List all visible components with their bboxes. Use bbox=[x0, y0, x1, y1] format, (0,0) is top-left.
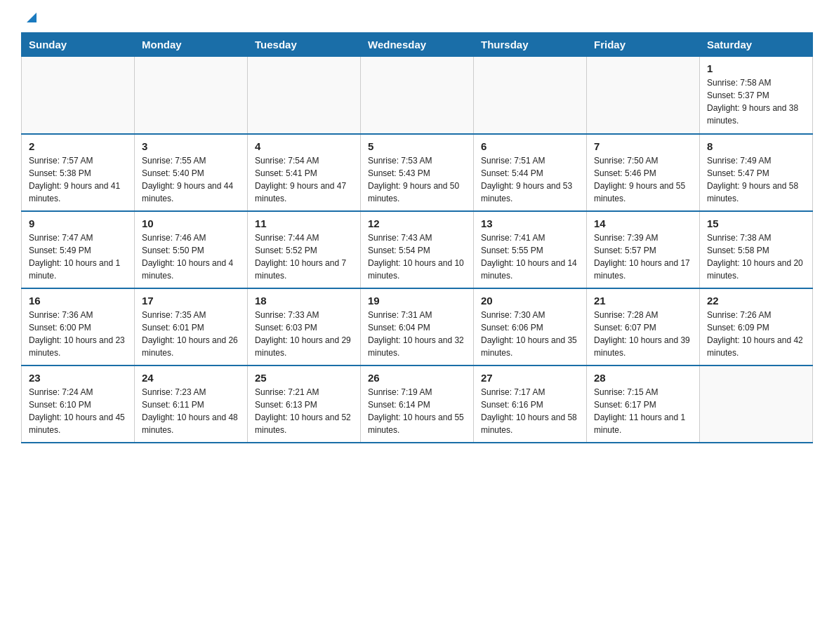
day-number: 27 bbox=[481, 372, 579, 384]
day-number: 20 bbox=[481, 295, 579, 307]
day-number: 28 bbox=[594, 372, 692, 384]
day-number: 2 bbox=[29, 140, 127, 152]
day-info: Sunrise: 7:46 AM Sunset: 5:50 PM Dayligh… bbox=[142, 232, 240, 282]
day-info: Sunrise: 7:50 AM Sunset: 5:46 PM Dayligh… bbox=[594, 154, 692, 205]
day-info: Sunrise: 7:35 AM Sunset: 6:01 PM Dayligh… bbox=[142, 309, 240, 359]
calendar-cell: 7Sunrise: 7:50 AM Sunset: 5:46 PM Daylig… bbox=[587, 134, 700, 211]
day-number: 24 bbox=[142, 372, 240, 384]
calendar-cell bbox=[248, 57, 361, 134]
week-row-5: 23Sunrise: 7:24 AM Sunset: 6:10 PM Dayli… bbox=[22, 365, 813, 443]
day-number: 1 bbox=[707, 62, 805, 74]
day-number: 7 bbox=[594, 140, 692, 152]
calendar-cell: 2Sunrise: 7:57 AM Sunset: 5:38 PM Daylig… bbox=[22, 134, 135, 211]
day-number: 14 bbox=[594, 217, 692, 229]
weekday-header-sunday: Sunday bbox=[22, 33, 135, 57]
calendar-cell: 6Sunrise: 7:51 AM Sunset: 5:44 PM Daylig… bbox=[474, 134, 587, 211]
calendar-cell bbox=[700, 365, 813, 443]
day-number: 17 bbox=[142, 295, 240, 307]
day-info: Sunrise: 7:31 AM Sunset: 6:04 PM Dayligh… bbox=[368, 309, 466, 359]
day-info: Sunrise: 7:43 AM Sunset: 5:54 PM Dayligh… bbox=[368, 232, 466, 282]
day-number: 25 bbox=[255, 372, 353, 384]
calendar-cell: 28Sunrise: 7:15 AM Sunset: 6:17 PM Dayli… bbox=[587, 365, 700, 443]
calendar-cell: 16Sunrise: 7:36 AM Sunset: 6:00 PM Dayli… bbox=[22, 288, 135, 365]
calendar-cell: 13Sunrise: 7:41 AM Sunset: 5:55 PM Dayli… bbox=[474, 211, 587, 288]
calendar-cell: 26Sunrise: 7:19 AM Sunset: 6:14 PM Dayli… bbox=[361, 365, 474, 443]
calendar-cell bbox=[587, 57, 700, 134]
day-info: Sunrise: 7:15 AM Sunset: 6:17 PM Dayligh… bbox=[594, 386, 692, 436]
day-info: Sunrise: 7:28 AM Sunset: 6:07 PM Dayligh… bbox=[594, 309, 692, 359]
calendar-cell: 3Sunrise: 7:55 AM Sunset: 5:40 PM Daylig… bbox=[135, 134, 248, 211]
day-number: 6 bbox=[481, 140, 579, 152]
calendar-cell: 1Sunrise: 7:58 AM Sunset: 5:37 PM Daylig… bbox=[700, 57, 813, 134]
weekday-header-monday: Monday bbox=[135, 33, 248, 57]
calendar-cell: 14Sunrise: 7:39 AM Sunset: 5:57 PM Dayli… bbox=[587, 211, 700, 288]
weekday-header-row: SundayMondayTuesdayWednesdayThursdayFrid… bbox=[22, 33, 813, 57]
calendar-cell: 10Sunrise: 7:46 AM Sunset: 5:50 PM Dayli… bbox=[135, 211, 248, 288]
day-number: 23 bbox=[29, 372, 127, 384]
day-info: Sunrise: 7:36 AM Sunset: 6:00 PM Dayligh… bbox=[29, 309, 127, 359]
svg-marker-0 bbox=[27, 13, 37, 22]
calendar-cell: 21Sunrise: 7:28 AM Sunset: 6:07 PM Dayli… bbox=[587, 288, 700, 365]
calendar-cell: 19Sunrise: 7:31 AM Sunset: 6:04 PM Dayli… bbox=[361, 288, 474, 365]
calendar-cell: 23Sunrise: 7:24 AM Sunset: 6:10 PM Dayli… bbox=[22, 365, 135, 443]
day-info: Sunrise: 7:58 AM Sunset: 5:37 PM Dayligh… bbox=[707, 76, 805, 127]
day-number: 16 bbox=[29, 295, 127, 307]
calendar-cell: 8Sunrise: 7:49 AM Sunset: 5:47 PM Daylig… bbox=[700, 134, 813, 211]
day-info: Sunrise: 7:51 AM Sunset: 5:44 PM Dayligh… bbox=[481, 154, 579, 205]
calendar-cell bbox=[361, 57, 474, 134]
calendar-cell: 11Sunrise: 7:44 AM Sunset: 5:52 PM Dayli… bbox=[248, 211, 361, 288]
calendar-cell: 12Sunrise: 7:43 AM Sunset: 5:54 PM Dayli… bbox=[361, 211, 474, 288]
day-info: Sunrise: 7:54 AM Sunset: 5:41 PM Dayligh… bbox=[255, 154, 353, 205]
weekday-header-tuesday: Tuesday bbox=[248, 33, 361, 57]
day-number: 19 bbox=[368, 295, 466, 307]
calendar-cell: 25Sunrise: 7:21 AM Sunset: 6:13 PM Dayli… bbox=[248, 365, 361, 443]
day-info: Sunrise: 7:41 AM Sunset: 5:55 PM Dayligh… bbox=[481, 232, 579, 282]
day-number: 13 bbox=[481, 217, 579, 229]
day-info: Sunrise: 7:33 AM Sunset: 6:03 PM Dayligh… bbox=[255, 309, 353, 359]
day-info: Sunrise: 7:24 AM Sunset: 6:10 PM Dayligh… bbox=[29, 386, 127, 436]
week-row-2: 2Sunrise: 7:57 AM Sunset: 5:38 PM Daylig… bbox=[22, 134, 813, 211]
calendar-cell: 4Sunrise: 7:54 AM Sunset: 5:41 PM Daylig… bbox=[248, 134, 361, 211]
calendar-cell: 18Sunrise: 7:33 AM Sunset: 6:03 PM Dayli… bbox=[248, 288, 361, 365]
weekday-header-thursday: Thursday bbox=[474, 33, 587, 57]
week-row-1: 1Sunrise: 7:58 AM Sunset: 5:37 PM Daylig… bbox=[22, 57, 813, 134]
day-info: Sunrise: 7:55 AM Sunset: 5:40 PM Dayligh… bbox=[142, 154, 240, 205]
day-info: Sunrise: 7:19 AM Sunset: 6:14 PM Dayligh… bbox=[368, 386, 466, 436]
day-info: Sunrise: 7:26 AM Sunset: 6:09 PM Dayligh… bbox=[707, 309, 805, 359]
day-number: 15 bbox=[707, 217, 805, 229]
day-number: 26 bbox=[368, 372, 466, 384]
day-number: 5 bbox=[368, 140, 466, 152]
page-header bbox=[21, 14, 813, 20]
day-info: Sunrise: 7:17 AM Sunset: 6:16 PM Dayligh… bbox=[481, 386, 579, 436]
day-number: 8 bbox=[707, 140, 805, 152]
logo bbox=[21, 14, 39, 20]
day-info: Sunrise: 7:30 AM Sunset: 6:06 PM Dayligh… bbox=[481, 309, 579, 359]
day-info: Sunrise: 7:38 AM Sunset: 5:58 PM Dayligh… bbox=[707, 232, 805, 282]
day-number: 11 bbox=[255, 217, 353, 229]
day-number: 9 bbox=[29, 217, 127, 229]
calendar-cell: 24Sunrise: 7:23 AM Sunset: 6:11 PM Dayli… bbox=[135, 365, 248, 443]
weekday-header-saturday: Saturday bbox=[700, 33, 813, 57]
day-number: 10 bbox=[142, 217, 240, 229]
day-info: Sunrise: 7:21 AM Sunset: 6:13 PM Dayligh… bbox=[255, 386, 353, 436]
logo-triangle-icon bbox=[24, 10, 39, 25]
day-info: Sunrise: 7:47 AM Sunset: 5:49 PM Dayligh… bbox=[29, 232, 127, 282]
day-info: Sunrise: 7:39 AM Sunset: 5:57 PM Dayligh… bbox=[594, 232, 692, 282]
day-number: 18 bbox=[255, 295, 353, 307]
calendar-cell: 5Sunrise: 7:53 AM Sunset: 5:43 PM Daylig… bbox=[361, 134, 474, 211]
calendar-cell bbox=[135, 57, 248, 134]
day-number: 3 bbox=[142, 140, 240, 152]
calendar-cell: 17Sunrise: 7:35 AM Sunset: 6:01 PM Dayli… bbox=[135, 288, 248, 365]
calendar-cell: 22Sunrise: 7:26 AM Sunset: 6:09 PM Dayli… bbox=[700, 288, 813, 365]
week-row-3: 9Sunrise: 7:47 AM Sunset: 5:49 PM Daylig… bbox=[22, 211, 813, 288]
day-number: 21 bbox=[594, 295, 692, 307]
day-number: 4 bbox=[255, 140, 353, 152]
day-info: Sunrise: 7:57 AM Sunset: 5:38 PM Dayligh… bbox=[29, 154, 127, 205]
weekday-header-friday: Friday bbox=[587, 33, 700, 57]
day-number: 12 bbox=[368, 217, 466, 229]
weekday-header-wednesday: Wednesday bbox=[361, 33, 474, 57]
day-info: Sunrise: 7:49 AM Sunset: 5:47 PM Dayligh… bbox=[707, 154, 805, 205]
day-number: 22 bbox=[707, 295, 805, 307]
week-row-4: 16Sunrise: 7:36 AM Sunset: 6:00 PM Dayli… bbox=[22, 288, 813, 365]
day-info: Sunrise: 7:53 AM Sunset: 5:43 PM Dayligh… bbox=[368, 154, 466, 205]
